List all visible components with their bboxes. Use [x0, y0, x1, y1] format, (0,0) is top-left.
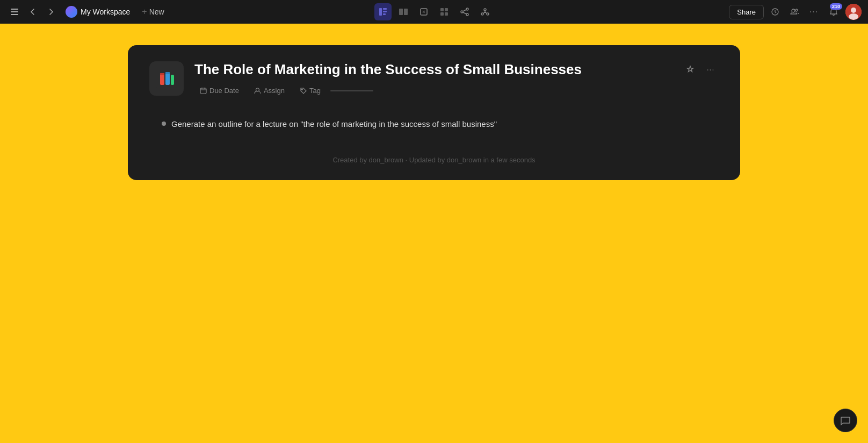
svg-rect-4: [379, 8, 382, 16]
workspace-label: My Workspace: [81, 8, 130, 16]
doc-view-button[interactable]: [374, 3, 392, 20]
card-footer-text: Created by don_brown · Updated by don_br…: [332, 156, 535, 164]
svg-rect-0: [11, 9, 18, 10]
assign-label: Assign: [264, 87, 285, 95]
task-area: ⠿ Generate an outline for a lecture on "…: [149, 108, 719, 140]
split-view-button[interactable]: [395, 3, 412, 20]
fullscreen-button[interactable]: [415, 3, 432, 20]
tag-button[interactable]: Tag: [294, 84, 326, 97]
back-button[interactable]: [25, 4, 41, 20]
svg-rect-14: [445, 12, 448, 16]
svg-point-20: [487, 13, 489, 15]
card-more-button[interactable]: ···: [703, 61, 719, 77]
card-header: The Role of Marketing in the Success of …: [149, 61, 719, 97]
svg-point-19: [481, 13, 483, 15]
svg-rect-1: [11, 11, 18, 12]
sidebar-toggle-button[interactable]: [6, 4, 23, 20]
svg-rect-30: [171, 75, 174, 85]
history-button[interactable]: [767, 4, 783, 20]
svg-rect-8: [399, 9, 403, 15]
collab-button[interactable]: [786, 4, 802, 20]
card-actions: ···: [682, 61, 719, 77]
topbar: My Workspace + New: [0, 0, 868, 24]
notification-badge: 210: [830, 3, 842, 10]
share-button[interactable]: Share: [729, 5, 764, 19]
svg-point-17: [466, 13, 468, 16]
share-label: Share: [737, 8, 756, 16]
svg-rect-11: [440, 8, 444, 11]
card-title: The Role of Marketing in the Success of …: [194, 61, 671, 78]
svg-rect-33: [200, 88, 206, 94]
svg-point-16: [461, 11, 463, 13]
meta-separator: [330, 90, 373, 91]
task-text: Generate an outline for a lecture on "th…: [171, 119, 678, 128]
more-options-button[interactable]: ···: [806, 4, 822, 20]
table-row: ⠿ Generate an outline for a lecture on "…: [149, 112, 719, 135]
svg-point-35: [301, 89, 302, 90]
connections-button[interactable]: [476, 3, 494, 20]
svg-rect-13: [440, 12, 444, 16]
task-add-button[interactable]: +: [683, 116, 698, 131]
due-date-label: Due Date: [209, 87, 239, 95]
table-view-button[interactable]: [436, 3, 453, 20]
svg-rect-5: [383, 8, 387, 10]
new-button[interactable]: + New: [136, 5, 169, 19]
svg-rect-9: [404, 9, 408, 15]
svg-point-18: [484, 9, 486, 11]
assign-button[interactable]: Assign: [249, 84, 290, 97]
forward-button[interactable]: [43, 4, 59, 20]
document-card: The Role of Marketing in the Success of …: [128, 45, 740, 180]
user-avatar[interactable]: [845, 4, 862, 20]
task-bullet: [162, 122, 166, 126]
svg-point-15: [466, 8, 468, 10]
card-title-section: The Role of Marketing in the Success of …: [194, 61, 671, 97]
card-footer: Created by don_brown · Updated by don_br…: [149, 156, 719, 164]
main-content: The Role of Marketing in the Success of …: [0, 24, 868, 443]
topbar-right: Share ··· 210: [496, 3, 862, 20]
svg-rect-12: [445, 8, 448, 11]
workspace-icon: [66, 6, 77, 18]
card-meta: Due Date Assign Tag: [194, 84, 671, 97]
document-icon: [149, 61, 184, 96]
chat-fab-button[interactable]: [834, 409, 857, 432]
svg-point-26: [849, 13, 858, 20]
svg-point-22: [792, 9, 795, 12]
svg-rect-2: [11, 14, 18, 15]
svg-point-23: [795, 9, 798, 11]
svg-rect-6: [383, 11, 387, 12]
star-button[interactable]: [682, 61, 698, 77]
task-more-button[interactable]: ···: [701, 116, 717, 131]
topbar-left: My Workspace + New: [6, 4, 372, 20]
workspace-button[interactable]: My Workspace: [61, 4, 134, 20]
notification-button[interactable]: 210: [825, 3, 842, 20]
topbar-center: [374, 3, 494, 20]
svg-rect-32: [165, 72, 170, 74]
share-view-button[interactable]: [456, 3, 473, 20]
svg-point-3: [68, 9, 75, 15]
tag-label: Tag: [309, 87, 321, 95]
svg-rect-7: [383, 13, 386, 15]
svg-point-25: [851, 8, 856, 13]
new-label: New: [149, 8, 164, 16]
due-date-button[interactable]: Due Date: [194, 84, 244, 97]
svg-rect-31: [160, 73, 164, 75]
